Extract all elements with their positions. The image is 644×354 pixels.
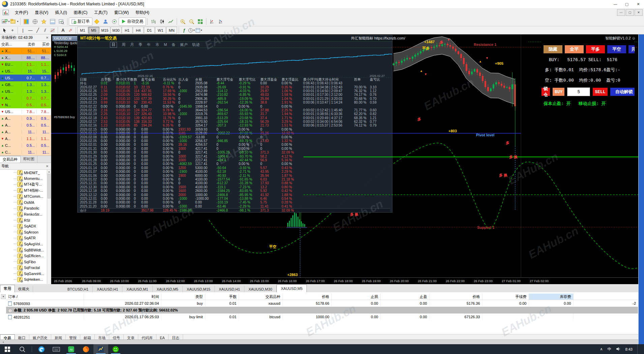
- child-minimize-button[interactable]: —: [617, 9, 625, 16]
- channel-tool[interactable]: ⫽: [41, 27, 49, 34]
- speaker-icon[interactable]: [616, 347, 621, 352]
- chart-mini-icon[interactable]: [3, 10, 9, 15]
- order-row[interactable]: 576993932026.02.27 02:36:04buy0.01xauusd…: [6, 300, 638, 307]
- chart-window-tab[interactable]: XAUUSD,M5: [153, 286, 183, 292]
- orders-column[interactable]: 手续费: [482, 294, 529, 300]
- terminal-tab-信号[interactable]: 信号: [109, 334, 124, 340]
- touch-keyboard-icon[interactable]: [49, 344, 64, 354]
- navigator-item[interactable]: ƒMTComm...: [0, 193, 51, 199]
- bar-chart-type-button[interactable]: [149, 17, 158, 26]
- terminal-tab-账户历史[interactable]: 账户历史: [29, 334, 51, 340]
- orders-column[interactable]: 类型: [161, 294, 205, 300]
- market-watch-row[interactable]: ▼EU...1.1...1.1...: [0, 61, 51, 68]
- navigator-item[interactable]: ƒSqATR: [0, 235, 51, 241]
- chart-window-tab[interactable]: XAUUSD,M30: [244, 286, 276, 292]
- lock-position-button[interactable]: 锁仓: [541, 88, 550, 96]
- terminal-tab-文章[interactable]: 文章: [124, 334, 138, 340]
- market-watch-row[interactable]: ▲X...88....88....: [0, 54, 51, 61]
- templates-button[interactable]: ▾: [195, 27, 203, 34]
- timeframe-M1[interactable]: M1: [77, 27, 88, 34]
- search-icon[interactable]: [15, 344, 30, 354]
- market-watch-row[interactable]: ▲X...51...51...: [0, 48, 51, 54]
- stats-tab[interactable]: M: [164, 43, 167, 47]
- market-watch-row[interactable]: ▲US...1.3...1.3...: [0, 88, 51, 95]
- vertical-line-tool[interactable]: |: [19, 27, 27, 34]
- chart-window-tab[interactable]: XAUUSD,H1: [215, 286, 244, 292]
- market-watch-row[interactable]: ▲C...11...11...: [0, 149, 51, 156]
- time-axis[interactable]: 26 Feb 202626 Feb 09:0026 Feb 10:0026 Fe…: [51, 277, 638, 284]
- terminal-tab-代码库[interactable]: 代码库: [138, 334, 156, 340]
- sell-button[interactable]: SELL: [593, 88, 607, 96]
- buy-button[interactable]: BUY: [553, 88, 564, 96]
- tile-windows-button[interactable]: [196, 17, 205, 26]
- terminal-tab-交易[interactable]: 交易: [0, 334, 15, 340]
- timeframe-MN[interactable]: MN: [166, 27, 177, 34]
- market-watch-close-icon[interactable]: ✕: [45, 36, 50, 39]
- stats-tab[interactable]: 账户: [180, 42, 187, 47]
- indicators-list-button[interactable]: ƒ: [180, 27, 188, 34]
- navigator-item[interactable]: ƒMomentu...: [0, 176, 51, 182]
- menu-item[interactable]: 图表(C): [70, 8, 91, 17]
- navigator-close-icon[interactable]: ✕: [45, 164, 50, 168]
- new-order-button[interactable]: 新订单: [69, 18, 92, 26]
- metaeditor-button[interactable]: [92, 17, 101, 26]
- navigator-tab[interactable]: 常用: [0, 285, 15, 292]
- market-watch-row[interactable]: ▲GB...1.3...1.3...: [0, 81, 51, 88]
- new-chart-button[interactable]: ▾: [1, 17, 10, 26]
- line-chart-type-button[interactable]: [167, 17, 175, 26]
- market-watch-row[interactable]: ▲US...15...15...: [0, 68, 51, 75]
- navigator-item[interactable]: ƒSqFibo: [0, 259, 51, 265]
- taskbar-clock[interactable]: 8:43: [625, 347, 633, 351]
- candle-chart-type-button[interactable]: [158, 17, 167, 26]
- chart-window-title[interactable]: XAUUSD,M: [52, 36, 79, 41]
- start-button[interactable]: [0, 344, 15, 354]
- orders-column[interactable]: 交易品种: [239, 294, 283, 300]
- ea-button-平空[interactable]: 平空: [607, 45, 626, 53]
- timeframe-H4[interactable]: H4: [133, 27, 144, 34]
- navigator-item[interactable]: ƒMT4盈亏...: [0, 182, 51, 188]
- orders-column[interactable]: 订单 /: [6, 294, 84, 300]
- auto-unlock-button[interactable]: 自动解锁: [610, 88, 635, 96]
- firefox-icon[interactable]: [79, 344, 93, 354]
- market-watch-toggle[interactable]: [22, 17, 31, 26]
- navigator-item[interactable]: ƒRSI: [0, 217, 51, 223]
- orders-column[interactable]: 手数: [205, 294, 239, 300]
- orders-column[interactable]: [573, 294, 638, 300]
- ea-button-平多[interactable]: 平多: [586, 45, 605, 53]
- cursor-tool[interactable]: [1, 27, 9, 34]
- chart-area[interactable]: XAUUSD,M Yesterday quotations: H 5204.44…: [51, 34, 638, 277]
- stats-tab[interactable]: 周: [122, 42, 125, 47]
- menu-item[interactable]: 插入(I): [52, 8, 70, 17]
- market-watch-row[interactable]: ▲A...11...11...: [0, 129, 51, 135]
- green-app-icon[interactable]: AI: [64, 344, 79, 354]
- chart-window-tab[interactable]: BTCUSD,H1: [63, 286, 93, 292]
- chart-window-tab[interactable]: XAUUSD,M1: [122, 286, 152, 292]
- stats-tab[interactable]: 备: [172, 42, 175, 47]
- chart-window-tab[interactable]: XAUUSD,M15: [183, 286, 215, 292]
- wechat-icon[interactable]: [108, 344, 123, 354]
- navigator-item[interactable]: ƒSqFractal: [0, 265, 51, 271]
- terminal-tab-敞口[interactable]: 敞口: [15, 334, 29, 340]
- navigator-item[interactable]: ƒSqAroon: [0, 229, 51, 235]
- mt4-taskbar-icon[interactable]: [93, 344, 108, 354]
- child-restore-button[interactable]: ▢: [626, 9, 634, 16]
- market-watch-row[interactable]: ▲C...0.5...0.5...: [0, 142, 51, 149]
- terminal-tab-市场[interactable]: 市场: [95, 334, 109, 340]
- edge-icon[interactable]: [34, 344, 49, 354]
- navigator-item[interactable]: ƒOsMA: [0, 199, 51, 206]
- horizontal-line-tool[interactable]: —: [27, 27, 34, 34]
- lot-size-input[interactable]: [567, 87, 590, 96]
- terminal-tab-警报[interactable]: 警报: [66, 334, 80, 340]
- close-button[interactable]: ✕: [633, 0, 644, 8]
- orders-column[interactable]: 库存费: [529, 294, 573, 300]
- autotrading-button[interactable]: 自动交易: [119, 18, 146, 26]
- stats-tab[interactable]: 轨迹: [192, 42, 200, 47]
- navigator-scrollbar[interactable]: ▲: [47, 170, 51, 284]
- market-watch-row[interactable]: ▼N...0.5...0.5...: [0, 102, 51, 108]
- statistics-panel-title[interactable]: MT4统计每一笔交易: [78, 35, 392, 41]
- chart-window-tab[interactable]: XAUUSD,M5: [276, 284, 307, 292]
- terminal-toggle[interactable]: [48, 17, 57, 26]
- navigator-tab[interactable]: 收藏夹: [15, 286, 33, 292]
- terminal-tab-EA[interactable]: EA: [156, 334, 169, 340]
- market-watch-row[interactable]: ▼A...1.1...1.1...: [0, 135, 51, 142]
